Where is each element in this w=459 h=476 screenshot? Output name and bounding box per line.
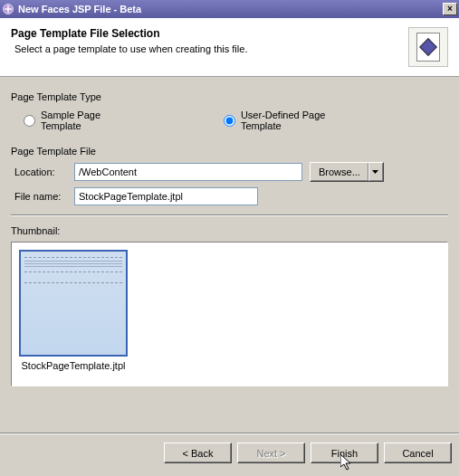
browse-button[interactable]: Browse... (311, 163, 368, 181)
page-subtitle: Select a page template to use when creat… (11, 43, 401, 54)
diamond-icon (419, 38, 437, 56)
thumbnail-panel: StockPageTemplate.jtpl (11, 242, 448, 386)
radio-user-label: User-Defined Page Template (241, 109, 367, 131)
location-label: Location: (14, 167, 74, 177)
window-title: New Faces JSP File - Beta (18, 4, 443, 14)
header-graphic (408, 27, 448, 67)
thumbnail-label: Thumbnail: (11, 225, 448, 236)
radio-sample-label: Sample Page Template (41, 109, 142, 131)
location-input[interactable] (74, 163, 302, 181)
browse-dropdown[interactable] (368, 163, 383, 181)
app-icon (2, 3, 14, 15)
finish-button[interactable]: Finish (311, 443, 378, 463)
filename-input[interactable] (74, 187, 258, 205)
titlebar: New Faces JSP File - Beta × (0, 0, 459, 18)
thumbnail-item[interactable]: StockPageTemplate.jtpl (19, 250, 128, 371)
chevron-down-icon (372, 170, 378, 174)
svg-rect-2 (5, 8, 12, 9)
page-title: Page Template File Selection (11, 27, 401, 40)
radio-sample-template[interactable]: Sample Page Template (24, 109, 142, 131)
divider (11, 214, 448, 216)
button-bar: < Back Next > Finish Cancel (0, 433, 459, 476)
thumbnail-preview (19, 250, 128, 357)
back-button[interactable]: < Back (164, 443, 232, 463)
next-button: Next > (237, 443, 305, 463)
close-button[interactable]: × (443, 3, 457, 15)
template-file-label: Page Template File (11, 146, 448, 157)
svg-marker-3 (372, 170, 378, 174)
cancel-button[interactable]: Cancel (384, 443, 452, 463)
wizard-header: Page Template File Selection Select a pa… (0, 18, 459, 77)
filename-label: File name: (14, 191, 74, 202)
thumbnail-caption: StockPageTemplate.jtpl (19, 360, 128, 371)
radio-user-template[interactable]: User-Defined Page Template (224, 109, 367, 131)
template-type-label: Page Template Type (11, 91, 448, 102)
